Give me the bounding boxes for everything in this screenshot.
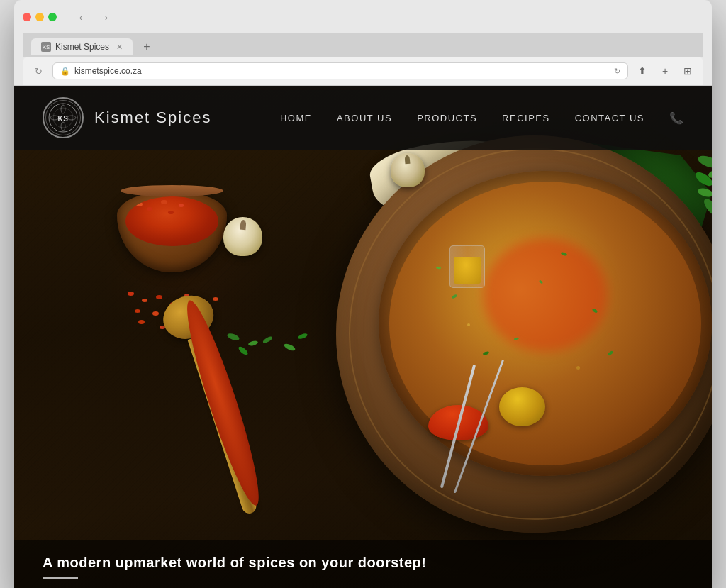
reload-icon[interactable]: ↻ <box>614 67 620 76</box>
hero-background <box>14 86 712 588</box>
brand-name: Kismet Spices <box>94 109 211 127</box>
navigation-bar: KS Kismet Spices HOME ABOUT US PRODUCTS … <box>14 86 712 150</box>
traffic-lights <box>23 13 57 21</box>
share-icon[interactable]: ⬆ <box>632 61 652 81</box>
reload-button[interactable]: ↻ <box>28 61 48 81</box>
tab-close-icon[interactable]: ✕ <box>116 43 123 52</box>
nav-links: HOME ABOUT US PRODUCTS RECIPES CONTACT U… <box>280 111 683 125</box>
browser-toolbar: ↻ 🔒 kismetspice.co.za ↻ ⬆ + ⊞ <box>23 57 703 85</box>
nav-link-about[interactable]: ABOUT US <box>337 113 392 123</box>
tab-favicon: KS <box>41 42 51 52</box>
nav-link-contact[interactable]: CONTACT US <box>575 113 644 123</box>
garlic-right <box>391 153 425 190</box>
hero-area: KS Kismet Spices HOME ABOUT US PRODUCTS … <box>14 86 712 588</box>
svg-point-0 <box>49 104 77 132</box>
hero-tagline-bar: A modern upmarket world of spices on you… <box>14 540 712 588</box>
maximize-button[interactable] <box>48 13 57 21</box>
forward-button[interactable]: › <box>96 7 116 27</box>
toolbar-actions: ⬆ + ⊞ <box>632 61 698 81</box>
browser-nav: ‹ › <box>71 7 116 27</box>
browser-titlebar: ‹ › <box>23 7 703 27</box>
decorative-plate <box>336 135 712 533</box>
browser-window: ‹ › KS Kismet Spices ✕ + ↻ 🔒 kismetspice… <box>14 0 712 588</box>
minimize-button[interactable] <box>35 13 44 21</box>
svg-point-4 <box>50 116 59 120</box>
svg-point-3 <box>61 122 65 131</box>
nav-link-products[interactable]: PRODUCTS <box>417 113 477 123</box>
active-tab[interactable]: KS Kismet Spices ✕ <box>31 38 133 55</box>
garlic-left <box>223 217 262 260</box>
website-content: KS Kismet Spices HOME ABOUT US PRODUCTS … <box>14 86 712 588</box>
logo-emblem: KS <box>43 97 84 138</box>
tab-title: Kismet Spices <box>55 42 109 52</box>
address-bar[interactable]: 🔒 kismetspice.co.za ↻ <box>52 62 628 79</box>
nav-logo[interactable]: KS Kismet Spices <box>43 97 211 138</box>
phone-icon[interactable]: 📞 <box>669 111 683 125</box>
svg-point-1 <box>53 108 73 128</box>
back-button[interactable]: ‹ <box>71 7 91 27</box>
logo-svg: KS <box>48 102 79 133</box>
favicon-text: KS <box>43 44 50 50</box>
lock-icon: 🔒 <box>60 67 70 76</box>
add-tab-icon[interactable]: + <box>655 61 675 81</box>
nav-link-recipes[interactable]: RECIPES <box>502 113 550 123</box>
soup-bowl <box>379 171 712 476</box>
tagline-text: A modern upmarket world of spices on you… <box>43 555 683 571</box>
browser-chrome: ‹ › KS Kismet Spices ✕ + ↻ 🔒 kismetspice… <box>14 0 712 86</box>
grid-icon[interactable]: ⊞ <box>678 61 698 81</box>
svg-text:KS: KS <box>58 115 69 123</box>
svg-point-5 <box>67 116 76 120</box>
svg-point-2 <box>61 105 65 113</box>
new-tab-button[interactable]: + <box>137 37 157 57</box>
close-button[interactable] <box>23 13 31 21</box>
nav-link-home[interactable]: HOME <box>280 113 312 123</box>
yellow-spice-pile <box>499 387 545 426</box>
browser-tabs: KS Kismet Spices ✕ + <box>23 33 703 57</box>
tagline-underline <box>43 577 78 579</box>
url-text: kismetspice.co.za <box>74 66 610 76</box>
spice-jar <box>449 245 485 288</box>
